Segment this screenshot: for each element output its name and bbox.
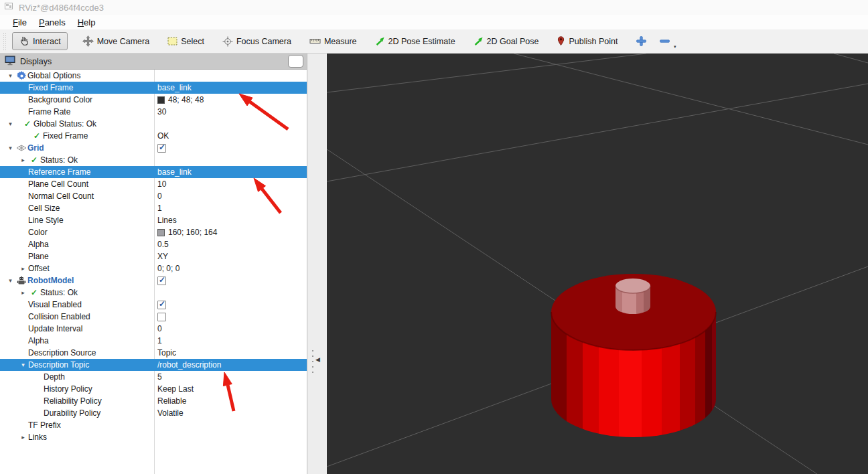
- tree-row-global-options[interactable]: ▾Global Options: [0, 70, 307, 82]
- tool-select[interactable]: Select: [167, 37, 204, 46]
- property-value-offset[interactable]: 0; 0; 0: [154, 262, 307, 274]
- checkbox-unchecked[interactable]: [157, 313, 166, 321]
- tree-row-color[interactable]: Color160; 160; 164: [0, 226, 307, 238]
- tool-label: Focus Camera: [236, 37, 291, 46]
- property-value-global-options[interactable]: [154, 70, 307, 82]
- property-value-normal-cell-count[interactable]: 0: [154, 190, 307, 202]
- property-value-collision-enabled[interactable]: [154, 311, 307, 323]
- tree-row-collision-enabled[interactable]: Collision Enabled: [0, 311, 307, 323]
- tree-row-normal-cell-count[interactable]: Normal Cell Count0: [0, 190, 307, 202]
- titlebar[interactable]: RViz*@d4864f4ccde3: [0, 0, 868, 15]
- tree-row-reliability-policy[interactable]: Reliability PolicyReliable: [0, 395, 307, 407]
- expander-open-icon[interactable]: ▾: [5, 118, 15, 130]
- tree-row-cell-size[interactable]: Cell Size1: [0, 202, 307, 214]
- 3d-viewport[interactable]: [327, 54, 868, 474]
- menu-panels[interactable]: Panels: [33, 16, 72, 29]
- tree-row-depth[interactable]: Depth5: [0, 371, 307, 383]
- property-value-description-topic[interactable]: /robot_description: [154, 359, 307, 371]
- robot-icon: [15, 276, 27, 286]
- property-value-color[interactable]: 160; 160; 164: [154, 226, 307, 238]
- property-value-update-interval[interactable]: 0: [154, 323, 307, 335]
- tree-row-tf-prefix[interactable]: TF Prefix: [0, 419, 307, 431]
- expander-collapsed-icon[interactable]: ▸: [18, 155, 28, 166]
- property-value-status-ok[interactable]: [154, 287, 307, 299]
- splitter-collapse-icon[interactable]: ◀: [315, 356, 320, 363]
- dropdown-caret-icon[interactable]: ▾: [674, 44, 676, 50]
- property-value-status-ok[interactable]: [154, 154, 307, 166]
- property-value-robotmodel[interactable]: ✓: [154, 274, 307, 287]
- value-text: OK: [157, 131, 169, 142]
- property-value-reliability-policy[interactable]: Reliable: [154, 395, 307, 407]
- tool-measure[interactable]: Measure: [309, 37, 357, 46]
- menu-help[interactable]: Help: [72, 16, 102, 29]
- 3d-scene: [327, 54, 868, 474]
- property-value-visual-enabled[interactable]: ✓: [154, 299, 307, 311]
- property-value-plane[interactable]: XY: [154, 250, 307, 262]
- tree-row-robotmodel[interactable]: ▾RobotModel✓: [0, 274, 307, 287]
- tree-row-durability-policy[interactable]: Durability PolicyVolatile: [0, 407, 307, 419]
- tool-add-tool[interactable]: [636, 35, 647, 47]
- property-value-alpha[interactable]: 1: [154, 335, 307, 347]
- property-value-fixed-frame[interactable]: OK: [154, 130, 307, 142]
- property-value-grid[interactable]: ✓: [154, 142, 307, 154]
- expander-collapsed-icon[interactable]: ▸: [18, 287, 28, 299]
- property-value-tf-prefix[interactable]: [154, 419, 307, 431]
- property-value-frame-rate[interactable]: 30: [154, 106, 307, 118]
- expander-collapsed-icon[interactable]: ▸: [18, 263, 28, 274]
- tree-row-update-interval[interactable]: Update Interval0: [0, 323, 307, 335]
- displays-panel-header[interactable]: Displays: [0, 54, 307, 70]
- property-value-background-color[interactable]: 48; 48; 48: [154, 94, 307, 106]
- property-value-history-policy[interactable]: Keep Last: [154, 383, 307, 395]
- property-value-reference-frame[interactable]: base_link: [154, 166, 307, 178]
- property-value-depth[interactable]: 5: [154, 371, 307, 383]
- tool-move-camera[interactable]: Move Camera: [82, 35, 150, 47]
- tool-publish-point[interactable]: Publish Point: [557, 36, 618, 46]
- tree-row-fixed-frame[interactable]: Fixed Framebase_link: [0, 82, 307, 94]
- tree-row-fixed-frame[interactable]: ✓Fixed FrameOK: [0, 130, 307, 142]
- expander-open-icon[interactable]: ▾: [18, 360, 28, 371]
- tree-row-grid[interactable]: ▾Grid✓: [0, 142, 307, 154]
- property-value-links[interactable]: [154, 431, 307, 443]
- tree-row-reference-frame[interactable]: Reference Framebase_link: [0, 166, 307, 178]
- tree-row-history-policy[interactable]: History PolicyKeep Last: [0, 383, 307, 395]
- menu-file[interactable]: File: [7, 16, 33, 29]
- property-value-description-source[interactable]: Topic: [154, 347, 307, 359]
- tree-row-offset[interactable]: ▸Offset0; 0; 0: [0, 262, 307, 274]
- property-value-durability-policy[interactable]: Volatile: [154, 407, 307, 419]
- tree-row-alpha[interactable]: Alpha1: [0, 335, 307, 347]
- expander-open-icon[interactable]: ▾: [5, 275, 15, 287]
- tree-row-alpha[interactable]: Alpha0.5: [0, 238, 307, 250]
- checkbox-checked[interactable]: ✓: [157, 276, 166, 285]
- tool-2d-pose-estimate[interactable]: 2D Pose Estimate: [375, 36, 455, 46]
- tree-row-status-ok[interactable]: ▸✓Status: Ok: [0, 154, 307, 166]
- expander-open-icon[interactable]: ▾: [5, 143, 15, 154]
- toolbar-drag-handle[interactable]: [3, 33, 7, 50]
- tool-focus-camera[interactable]: Focus Camera: [222, 36, 291, 47]
- property-value-cell-size[interactable]: 1: [154, 202, 307, 214]
- tree-row-status-ok[interactable]: ▸✓Status: Ok: [0, 287, 307, 299]
- checkbox-checked[interactable]: ✓: [157, 301, 166, 309]
- tool-2d-goal-pose[interactable]: 2D Goal Pose: [474, 36, 539, 46]
- property-value-line-style[interactable]: Lines: [154, 214, 307, 226]
- tree-row-background-color[interactable]: Background Color48; 48; 48: [0, 94, 307, 106]
- tree-row-frame-rate[interactable]: Frame Rate30: [0, 106, 307, 118]
- tree-row-line-style[interactable]: Line StyleLines: [0, 214, 307, 226]
- property-value-plane-cell-count[interactable]: 10: [154, 178, 307, 190]
- tool-remove-tool[interactable]: ▾: [659, 35, 670, 47]
- panel-float-button[interactable]: [288, 55, 303, 68]
- panel-splitter[interactable]: ◀: [307, 54, 327, 474]
- property-value-fixed-frame[interactable]: base_link: [154, 82, 307, 94]
- tree-row-global-status-ok[interactable]: ▾✓Global Status: Ok: [0, 118, 307, 130]
- expander-collapsed-icon[interactable]: ▸: [18, 432, 28, 443]
- tree-row-visual-enabled[interactable]: Visual Enabled✓: [0, 299, 307, 311]
- tree-row-description-source[interactable]: Description SourceTopic: [0, 347, 307, 359]
- checkbox-checked[interactable]: ✓: [157, 144, 166, 153]
- tool-interact[interactable]: Interact: [12, 32, 68, 50]
- tree-row-plane-cell-count[interactable]: Plane Cell Count10: [0, 178, 307, 190]
- property-value-alpha[interactable]: 0.5: [154, 238, 307, 250]
- tree-row-links[interactable]: ▸Links: [0, 431, 307, 443]
- tree-row-plane[interactable]: PlaneXY: [0, 250, 307, 262]
- property-value-global-status-ok[interactable]: [154, 118, 307, 130]
- expander-open-icon[interactable]: ▾: [5, 70, 15, 82]
- tree-row-description-topic[interactable]: ▾Description Topic/robot_description: [0, 359, 307, 371]
